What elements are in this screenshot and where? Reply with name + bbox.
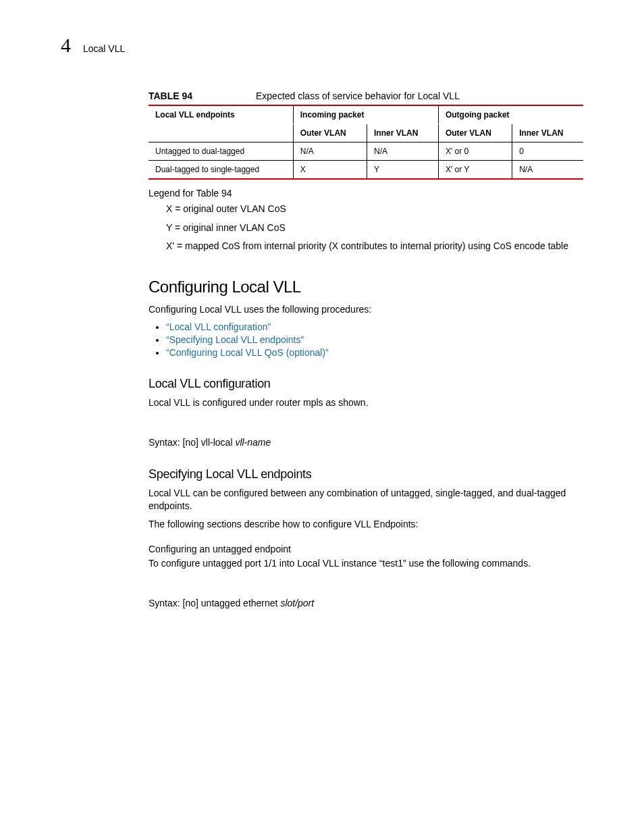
table-cell: X: [293, 161, 367, 180]
main-content: TABLE 94 Expected class of service behav…: [149, 90, 583, 610]
col-outgoing: Outgoing packet: [438, 105, 583, 124]
col-out-inner: Inner VLAN: [512, 124, 583, 142]
col-in-outer: Outer VLAN: [293, 124, 367, 142]
col-out-outer: Outer VLAN: [438, 124, 512, 142]
syntax-vll-local: Syntax: [no] vll-local vll-name: [149, 436, 583, 449]
syntax-prefix: Syntax: [no] vll-local: [149, 437, 235, 448]
syntax-prefix: Syntax: [no] untagged ethernet: [149, 598, 280, 608]
col-incoming: Incoming packet: [293, 105, 438, 124]
syntax-arg: vll-name: [235, 437, 271, 448]
syntax-untagged-ethernet: Syntax: [no] untagged ethernet slot/port: [149, 597, 583, 610]
legend-item: Y = original inner VLAN CoS: [166, 221, 583, 235]
localcfg-body: Local VLL is configured under router mpl…: [149, 396, 583, 409]
table-cell: 0: [512, 142, 583, 161]
heading-specifying-endpoints: Specifying Local VLL endpoints: [149, 467, 583, 481]
cfg-untagged-title: Configuring an untagged endpoint: [149, 543, 583, 556]
cos-table: Local VLL endpoints Incoming packet Outg…: [149, 105, 583, 180]
link-specify-endpoints[interactable]: “Specifying Local VLL endpoints”: [166, 334, 304, 345]
page-header: 4 Local VLL: [61, 34, 583, 57]
table-cell: Untagged to dual-tagged: [149, 142, 293, 161]
table-caption: TABLE 94 Expected class of service behav…: [149, 90, 583, 101]
table-caption-text: Expected class of service behavior for L…: [256, 90, 460, 101]
col-in-inner: Inner VLAN: [367, 124, 438, 142]
chapter-number: 4: [61, 34, 71, 57]
section-title: Local VLL: [83, 43, 125, 54]
link-config-qos[interactable]: “Configuring Local VLL QoS (optional)”: [166, 347, 329, 358]
table-label: TABLE 94: [149, 90, 192, 101]
heading-local-vll-configuration: Local VLL configuration: [149, 377, 583, 391]
list-item: “Specifying Local VLL endpoints”: [166, 334, 583, 345]
cfg-untagged-body: To configure untagged port 1/1 into Loca…: [149, 557, 583, 570]
table-cell: N/A: [293, 142, 367, 161]
table-cell: N/A: [512, 161, 583, 180]
col-endpoints: Local VLL endpoints: [149, 105, 293, 142]
heading-configuring-local-vll: Configuring Local VLL: [149, 278, 583, 296]
legend-block: Legend for Table 94 X = original outer V…: [149, 188, 583, 253]
list-item: “Configuring Local VLL QoS (optional)”: [166, 347, 583, 358]
endpoints-p1: Local VLL can be configured between any …: [149, 487, 583, 513]
table-cell: X' or 0: [438, 142, 512, 161]
config-links-list: “Local VLL configuration” “Specifying Lo…: [149, 321, 583, 358]
legend-title: Legend for Table 94: [149, 188, 583, 199]
syntax-arg: slot/port: [280, 598, 314, 608]
config-intro: Configuring Local VLL uses the following…: [149, 303, 583, 316]
legend-item: X = original outer VLAN CoS: [166, 203, 583, 216]
table-cell: N/A: [367, 142, 438, 161]
legend-item: X' = mapped CoS from internal priority (…: [166, 240, 583, 253]
list-item: “Local VLL configuration”: [166, 321, 583, 332]
link-local-vll-config[interactable]: “Local VLL configuration”: [166, 321, 271, 332]
table-cell: Y: [367, 161, 438, 180]
endpoints-p2: The following sections describe how to c…: [149, 518, 583, 531]
table-cell: Dual-tagged to single-tagged: [149, 161, 293, 180]
table-cell: X' or Y: [438, 161, 512, 180]
